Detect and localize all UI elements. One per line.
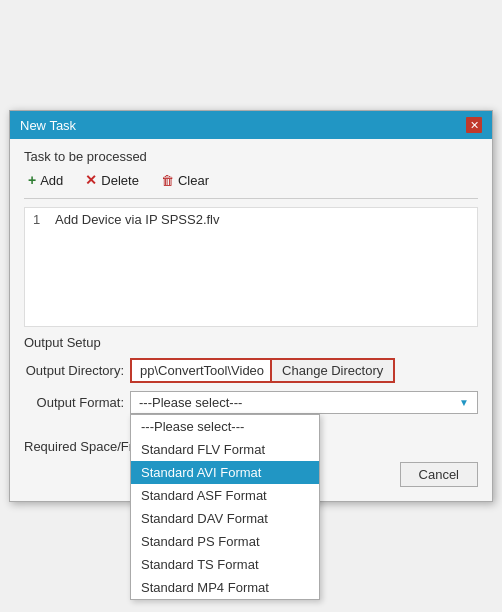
- delete-label: Delete: [101, 173, 139, 188]
- toolbar: + Add ✕ Delete 🗑 Clear: [24, 170, 478, 190]
- dropdown-item-mp4[interactable]: Standard MP4 Format: [131, 576, 319, 599]
- format-label: Output Format:: [24, 391, 124, 410]
- clear-button[interactable]: 🗑 Clear: [157, 171, 213, 190]
- directory-label: Output Directory:: [24, 363, 124, 378]
- dropdown-item-please-select[interactable]: ---Please select---: [131, 415, 319, 438]
- dropdown-item-ps[interactable]: Standard PS Format: [131, 530, 319, 553]
- clear-icon: 🗑: [161, 173, 174, 188]
- divider: [24, 198, 478, 199]
- output-setup-section: Output Setup Output Directory: pp\Conver…: [24, 335, 478, 487]
- format-dropdown-menu: ---Please select--- Standard FLV Format …: [130, 414, 320, 600]
- delete-button[interactable]: ✕ Delete: [81, 170, 143, 190]
- output-format-row: Output Format: ---Please select--- ▼ ---…: [24, 391, 478, 414]
- task-list: 1 Add Device via IP SPSS2.flv: [24, 207, 478, 327]
- task-name: Add Device via IP SPSS2.flv: [55, 212, 220, 227]
- dialog-title: New Task: [20, 118, 76, 133]
- add-icon: +: [28, 172, 36, 188]
- output-directory-row: Output Directory: pp\ConvertTool\Video C…: [24, 358, 478, 383]
- format-select-display[interactable]: ---Please select--- ▼: [130, 391, 478, 414]
- clear-label: Clear: [178, 173, 209, 188]
- cancel-button[interactable]: Cancel: [400, 462, 478, 487]
- new-task-dialog: New Task ✕ Task to be processed + Add ✕ …: [9, 110, 493, 502]
- output-setup-title: Output Setup: [24, 335, 478, 350]
- format-select-group: ---Please select--- ▼ ---Please select--…: [130, 391, 478, 414]
- task-section-title: Task to be processed: [24, 149, 478, 164]
- dropdown-item-avi[interactable]: Standard AVI Format: [131, 461, 319, 484]
- change-directory-button[interactable]: Change Directory: [270, 358, 395, 383]
- dropdown-item-ts[interactable]: Standard TS Format: [131, 553, 319, 576]
- dropdown-item-flv[interactable]: Standard FLV Format: [131, 438, 319, 461]
- task-number: 1: [33, 212, 45, 227]
- output-dir-group: pp\ConvertTool\Video Change Directory: [130, 358, 395, 383]
- close-button[interactable]: ✕: [466, 117, 482, 133]
- empty-space: [25, 231, 477, 311]
- add-button[interactable]: + Add: [24, 170, 67, 190]
- dropdown-item-asf[interactable]: Standard ASF Format: [131, 484, 319, 507]
- dropdown-item-dav[interactable]: Standard DAV Format: [131, 507, 319, 530]
- dropdown-arrow-icon: ▼: [459, 397, 469, 408]
- title-bar: New Task ✕: [10, 111, 492, 139]
- delete-icon: ✕: [85, 172, 97, 188]
- add-label: Add: [40, 173, 63, 188]
- dialog-content: Task to be processed + Add ✕ Delete 🗑 Cl…: [10, 139, 492, 501]
- format-selected-text: ---Please select---: [139, 395, 242, 410]
- table-row[interactable]: 1 Add Device via IP SPSS2.flv: [25, 208, 477, 231]
- output-dir-text: pp\ConvertTool\Video: [132, 360, 272, 381]
